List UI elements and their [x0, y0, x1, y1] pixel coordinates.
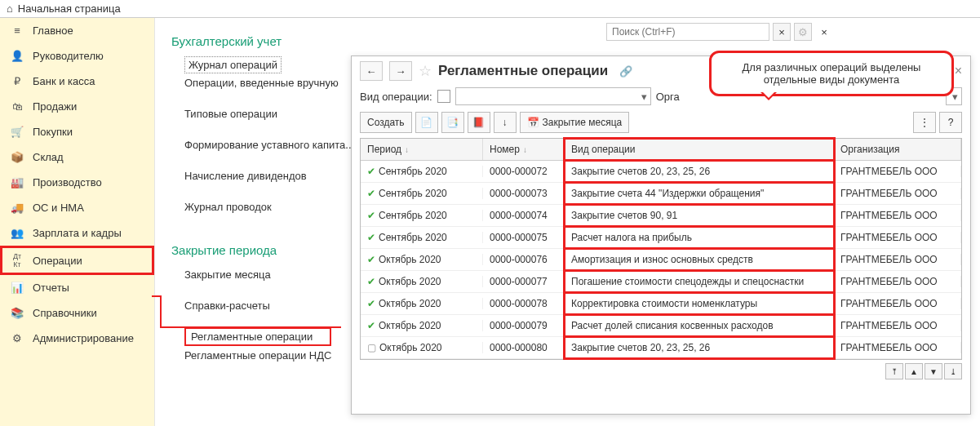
topbar: ⌂ Начальная страница: [0, 0, 980, 18]
annotation-callout: Для различных операций выделены отдельны…: [709, 51, 954, 96]
sidebar-icon: ⚙: [10, 332, 24, 344]
table-row[interactable]: ✔Октябрь 2020 0000-000076 Амортизация и …: [361, 249, 961, 271]
sidebar-label: Склад: [33, 151, 64, 163]
section-link[interactable]: Журнал операций: [184, 56, 282, 73]
sidebar-item-0[interactable]: ≡Главное: [0, 18, 154, 43]
star-icon[interactable]: ☆: [419, 62, 432, 80]
search-input[interactable]: [606, 23, 769, 41]
col-operation[interactable]: Вид операции: [565, 139, 834, 160]
status-icon: ✔: [367, 188, 375, 199]
doc-red-icon[interactable]: 📕: [468, 112, 490, 133]
sidebar-icon: 🛒: [10, 126, 24, 138]
doc-green-icon[interactable]: 📑: [441, 112, 464, 133]
sidebar-icon: 🏭: [10, 176, 24, 189]
panel-toolbar: Создать 📄 📑 📕 ↓ 📅Закрытие месяца ⋮ ?: [352, 109, 970, 136]
status-icon: ✔: [367, 166, 375, 177]
more-button[interactable]: ⋮: [913, 112, 936, 133]
status-icon: ✔: [367, 232, 375, 243]
filter-label-vid: Вид операции:: [360, 91, 432, 103]
sidebar-label: Продажи: [33, 100, 77, 113]
sidebar-label: Банк и касса: [33, 75, 95, 87]
sidebar-icon: Дт Кт: [10, 252, 24, 268]
sidebar-label: Зарплата и кадры: [33, 227, 122, 239]
sidebar-icon: 📦: [10, 151, 24, 163]
operations-table: Период↓ Номер↓ Вид операции Организация …: [360, 138, 962, 360]
status-icon: ✔: [367, 210, 375, 221]
home-icon: ⌂: [7, 2, 13, 15]
sidebar-item-2[interactable]: ₽Банк и касса: [0, 69, 154, 94]
col-number[interactable]: Номер↓: [483, 139, 565, 160]
table-nav-footer: ⤒ ▲ ▼ ⤓: [352, 360, 970, 383]
create-button[interactable]: Создать: [360, 112, 412, 133]
sidebar-icon: ≡: [10, 24, 24, 37]
sidebar-label: Администрирование: [33, 332, 134, 344]
sidebar-item-4[interactable]: 🛒Покупки: [0, 119, 154, 144]
panel-close-button[interactable]: ×: [955, 64, 962, 78]
col-period[interactable]: Период↓: [361, 139, 483, 160]
sidebar-item-6[interactable]: 🏭Производство: [0, 170, 154, 195]
prev-page-button[interactable]: ▲: [905, 363, 923, 379]
filter-vid-dropdown[interactable]: ▾: [455, 87, 651, 105]
sidebar-label: Главное: [33, 24, 73, 37]
sidebar-label: Справочники: [33, 307, 97, 319]
settings-gear-icon[interactable]: ⚙: [794, 23, 812, 41]
sidebar-item-8[interactable]: 👥Зарплата и кадры: [0, 220, 154, 246]
status-icon: ✔: [367, 298, 375, 309]
sidebar-label: Производство: [33, 176, 102, 189]
sidebar-label: Руководителю: [33, 50, 104, 62]
table-row[interactable]: ✔Октябрь 2020 0000-000077 Погашение стои…: [361, 271, 961, 293]
sidebar-label: Операции: [33, 255, 82, 267]
last-page-button[interactable]: ⤓: [944, 363, 962, 379]
panel-title: Регламентные операции: [438, 63, 608, 79]
filter-vid-checkbox[interactable]: [437, 90, 450, 103]
home-label: Начальная страница: [18, 2, 121, 15]
sidebar-item-12[interactable]: ⚙Администрирование: [0, 326, 154, 351]
search-clear-button[interactable]: ×: [773, 23, 791, 41]
copy-button[interactable]: 📄: [415, 112, 438, 133]
table-row[interactable]: ✔Сентябрь 2020 0000-000074 Закрытие счет…: [361, 205, 961, 227]
status-icon: ✔: [367, 320, 375, 331]
section-link[interactable]: Регламентные операции: [184, 327, 331, 346]
sidebar: ≡Главное👤Руководителю₽Банк и касса🛍Прода…: [0, 18, 155, 426]
sidebar-item-5[interactable]: 📦Склад: [0, 144, 154, 170]
table-row[interactable]: ✔Сентябрь 2020 0000-000073 Закрытие счет…: [361, 183, 961, 205]
link-icon[interactable]: 🔗: [619, 65, 632, 78]
section-title-accounting: Бухгалтерский учет: [171, 34, 481, 48]
table-header: Период↓ Номер↓ Вид операции Организация: [361, 139, 961, 161]
status-icon: ✔: [367, 254, 375, 265]
sidebar-item-9[interactable]: Дт КтОперации: [0, 246, 154, 275]
sidebar-item-7[interactable]: 🚚ОС и НМА: [0, 195, 154, 220]
close-month-button[interactable]: 📅Закрытие месяца: [520, 112, 630, 133]
sidebar-icon: 👤: [10, 50, 24, 62]
sidebar-item-1[interactable]: 👤Руководителю: [0, 43, 154, 69]
sidebar-icon: 📊: [10, 282, 24, 294]
status-icon: ▢: [367, 342, 376, 353]
callout-text: Для различных операций выделены отдельны…: [743, 61, 921, 86]
operations-panel: ← → ☆ Регламентные операции 🔗 × Для разл…: [351, 55, 971, 415]
sidebar-label: Покупки: [33, 126, 73, 138]
home-link[interactable]: ⌂ Начальная страница: [7, 2, 121, 15]
table-row[interactable]: ✔Сентябрь 2020 0000-000072 Закрытие счет…: [361, 161, 961, 183]
sidebar-label: Отчеты: [33, 282, 69, 294]
close-button[interactable]: ×: [815, 23, 833, 41]
sidebar-item-10[interactable]: 📊Отчеты: [0, 275, 154, 300]
sidebar-item-3[interactable]: 🛍Продажи: [0, 94, 154, 119]
next-page-button[interactable]: ▼: [925, 363, 942, 379]
table-row[interactable]: ✔Сентябрь 2020 0000-000075 Расчет налога…: [361, 227, 961, 249]
table-row[interactable]: ✔Октябрь 2020 0000-000078 Корректировка …: [361, 293, 961, 315]
sidebar-icon: 👥: [10, 227, 24, 239]
back-button[interactable]: ←: [360, 61, 383, 81]
status-icon: ✔: [367, 276, 375, 287]
col-organization[interactable]: Организация: [834, 139, 961, 160]
sidebar-icon: 📚: [10, 307, 24, 319]
search-bar: × ⚙ ×: [606, 23, 833, 41]
sidebar-item-11[interactable]: 📚Справочники: [0, 300, 154, 326]
forward-button[interactable]: →: [389, 61, 412, 81]
table-row[interactable]: ▢Октябрь 2020 0000-000080 Закрытие счето…: [361, 337, 961, 359]
first-page-button[interactable]: ⤒: [885, 363, 903, 379]
help-button[interactable]: ?: [939, 112, 962, 133]
table-row[interactable]: ✔Октябрь 2020 0000-000079 Расчет долей с…: [361, 315, 961, 337]
down-arrow-button[interactable]: ↓: [494, 112, 517, 133]
sidebar-icon: ₽: [10, 75, 24, 87]
sidebar-label: ОС и НМА: [33, 202, 84, 214]
